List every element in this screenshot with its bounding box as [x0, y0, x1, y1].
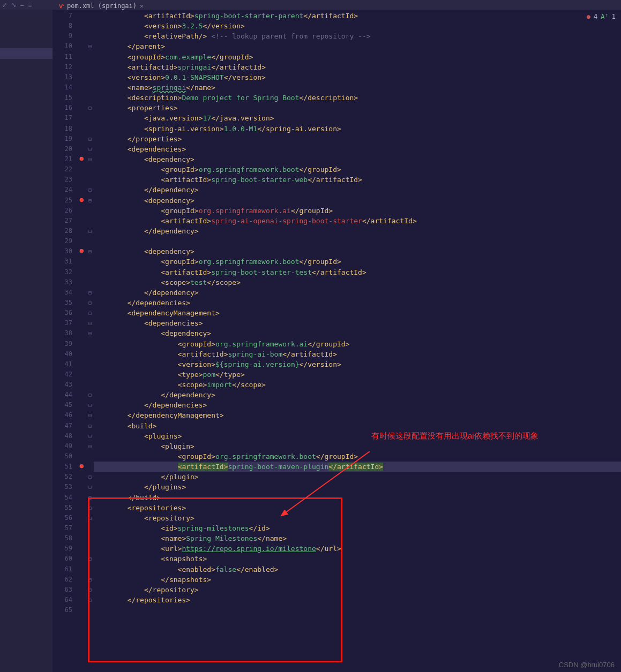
error-icon: ● — [587, 13, 590, 20]
menu-icon[interactable]: ≡ — [28, 2, 32, 9]
annotation-text: 有时候这段配置没有用出现ai依赖找不到的现象 — [371, 430, 559, 441]
maven-icon: ⱱ — [59, 2, 64, 10]
minus-icon[interactable]: — — [20, 2, 24, 9]
line-number-gutter: 7891011121314151617181920212223242526272… — [53, 10, 77, 662]
close-icon[interactable]: × — [140, 3, 144, 10]
fold-column[interactable]: ⊟⊟⊟⊟⊟⊟⊟⊟⊟⊟⊟⊟⊟⊟⊟⊟⊟⊟⊟⊟⊟⊟⊟⊟⊟⊟⊟⊟⊟ — [86, 10, 94, 662]
code-area[interactable]: <artifactId>spring-boot-starter-parent</… — [94, 10, 621, 662]
error-count: 4 — [594, 13, 597, 20]
code-editor[interactable]: 7891011121314151617181920212223242526272… — [53, 10, 621, 662]
expand-icon[interactable]: ⤢ — [2, 2, 7, 9]
tab-label: pom.xml (springai) — [67, 2, 137, 10]
typo-count: 1 — [612, 13, 616, 20]
collapse-icon[interactable]: ⤡ — [11, 2, 16, 9]
sidebar-item[interactable] — [0, 48, 53, 59]
inspection-status[interactable]: ● 4 Aꜛ 1 — [587, 13, 616, 20]
typo-icon: Aꜛ — [601, 13, 608, 20]
watermark: CSDN @hrui0706 — [559, 661, 615, 669]
gutter-icons: 🔴🔴🔴🔴 — [77, 10, 86, 662]
sidebar — [0, 10, 53, 672]
